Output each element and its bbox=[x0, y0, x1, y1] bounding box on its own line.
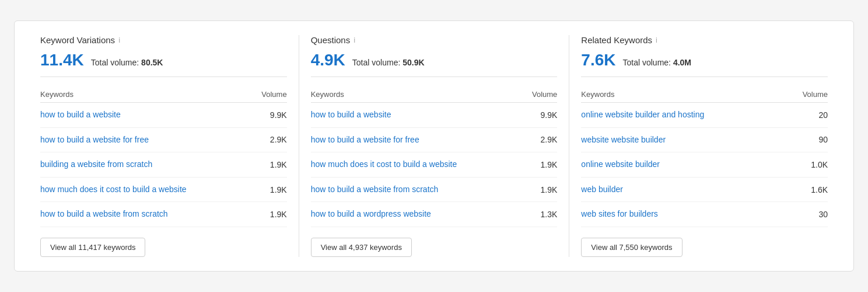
table-header: Keywords Volume bbox=[40, 86, 287, 103]
keyword-link[interactable]: how to build a website for free bbox=[40, 134, 261, 146]
table-row: how much does it cost to build a website… bbox=[311, 152, 558, 178]
panel-title-questions: Questions i bbox=[311, 35, 558, 45]
table-row: how much does it cost to build a website… bbox=[40, 178, 287, 203]
total-volume-value: 50.9K bbox=[402, 58, 424, 67]
keyword-link[interactable]: how much does it cost to build a website bbox=[40, 184, 261, 196]
keyword-link[interactable]: how to build a website for free bbox=[311, 134, 531, 146]
volume-value: 1.9K bbox=[261, 160, 287, 169]
volume-value: 1.0K bbox=[802, 160, 828, 169]
keyword-link[interactable]: how to build a website from scratch bbox=[311, 184, 531, 196]
volume-value: 9.9K bbox=[261, 110, 287, 120]
panel-title-keyword-variations: Keyword Variations i bbox=[40, 35, 287, 45]
stat-volume: Total volume: 80.5K bbox=[91, 58, 163, 67]
volume-value: 1.9K bbox=[261, 210, 287, 219]
volume-value: 1.6K bbox=[802, 185, 828, 194]
table-row: website website builder 90 bbox=[581, 128, 828, 153]
view-all-button-related-keywords[interactable]: View all 7,550 keywords bbox=[581, 238, 682, 257]
volume-value: 1.9K bbox=[261, 185, 287, 194]
volume-value: 1.9K bbox=[531, 160, 557, 169]
stat-count: 11.4K bbox=[40, 51, 84, 69]
col-keywords-label: Keywords bbox=[581, 90, 614, 99]
stat-volume: Total volume: 50.9K bbox=[352, 58, 425, 67]
col-keywords-label: Keywords bbox=[311, 90, 344, 99]
keyword-link[interactable]: how to build a wordpress website bbox=[311, 208, 531, 220]
table-row: building a website from scratch 1.9K bbox=[40, 152, 287, 178]
keyword-panels-card: Keyword Variations i 11.4K Total volume:… bbox=[14, 20, 854, 272]
volume-value: 2.9K bbox=[531, 135, 557, 144]
keyword-link[interactable]: how to build a website bbox=[40, 109, 261, 121]
volume-value: 1.3K bbox=[531, 210, 557, 219]
panel-stats-keyword-variations: 11.4K Total volume: 80.5K bbox=[40, 51, 287, 77]
volume-value: 9.9K bbox=[531, 110, 557, 120]
info-icon[interactable]: i bbox=[656, 36, 657, 44]
col-volume-label: Volume bbox=[532, 90, 557, 99]
keyword-link[interactable]: how much does it cost to build a website bbox=[311, 159, 531, 171]
stat-count: 4.9K bbox=[311, 51, 345, 69]
info-icon[interactable]: i bbox=[118, 36, 120, 44]
table-row: how to build a website for free 2.9K bbox=[311, 128, 558, 153]
panel-related-keywords: Related Keywords i 7.6K Total volume: 4.… bbox=[569, 35, 839, 257]
volume-value: 30 bbox=[802, 210, 828, 219]
stat-count: 7.6K bbox=[581, 51, 615, 69]
table-header: Keywords Volume bbox=[581, 86, 828, 103]
panel-questions: Questions i 4.9K Total volume: 50.9K Key… bbox=[299, 35, 570, 257]
table-header: Keywords Volume bbox=[311, 86, 558, 103]
table-row: online website builder and hosting 20 bbox=[581, 103, 828, 128]
panel-heading: Keyword Variations bbox=[40, 35, 115, 45]
keyword-link[interactable]: online website builder bbox=[581, 159, 802, 171]
panel-title-related-keywords: Related Keywords i bbox=[581, 35, 828, 45]
volume-value: 20 bbox=[802, 110, 828, 120]
col-keywords-label: Keywords bbox=[40, 90, 74, 99]
col-volume-label: Volume bbox=[261, 90, 286, 99]
table-row: how to build a wordpress website 1.3K bbox=[311, 202, 558, 227]
table-row: how to build a website 9.9K bbox=[40, 103, 287, 128]
table-row: online website builder 1.0K bbox=[581, 152, 828, 178]
panel-stats-related-keywords: 7.6K Total volume: 4.0M bbox=[581, 51, 828, 77]
volume-value: 2.9K bbox=[261, 135, 287, 144]
panel-heading: Questions bbox=[311, 35, 351, 45]
table-row: web builder 1.6K bbox=[581, 178, 828, 203]
total-volume-value: 80.5K bbox=[141, 58, 163, 67]
table-row: how to build a website from scratch 1.9K bbox=[40, 202, 287, 227]
keyword-link[interactable]: web sites for builders bbox=[581, 208, 802, 220]
info-icon[interactable]: i bbox=[354, 36, 355, 44]
view-all-button-keyword-variations[interactable]: View all 11,417 keywords bbox=[40, 238, 145, 257]
panel-heading: Related Keywords bbox=[581, 35, 652, 45]
keyword-link[interactable]: website website builder bbox=[581, 134, 802, 146]
panel-stats-questions: 4.9K Total volume: 50.9K bbox=[311, 51, 558, 77]
table-row: web sites for builders 30 bbox=[581, 202, 828, 227]
table-row: how to build a website 9.9K bbox=[311, 103, 558, 128]
keyword-link[interactable]: online website builder and hosting bbox=[581, 109, 802, 121]
keyword-link[interactable]: building a website from scratch bbox=[40, 159, 261, 171]
table-row: how to build a website for free 2.9K bbox=[40, 128, 287, 153]
col-volume-label: Volume bbox=[803, 90, 828, 99]
keyword-link[interactable]: web builder bbox=[581, 184, 802, 196]
total-volume-value: 4.0M bbox=[673, 58, 691, 67]
panel-keyword-variations: Keyword Variations i 11.4K Total volume:… bbox=[29, 35, 299, 257]
keyword-link[interactable]: how to build a website from scratch bbox=[40, 208, 261, 220]
stat-volume: Total volume: 4.0M bbox=[623, 58, 692, 67]
table-row: how to build a website from scratch 1.9K bbox=[311, 178, 558, 203]
view-all-button-questions[interactable]: View all 4,937 keywords bbox=[311, 238, 412, 257]
volume-value: 90 bbox=[802, 135, 828, 144]
volume-value: 1.9K bbox=[531, 185, 557, 194]
keyword-link[interactable]: how to build a website bbox=[311, 109, 531, 121]
